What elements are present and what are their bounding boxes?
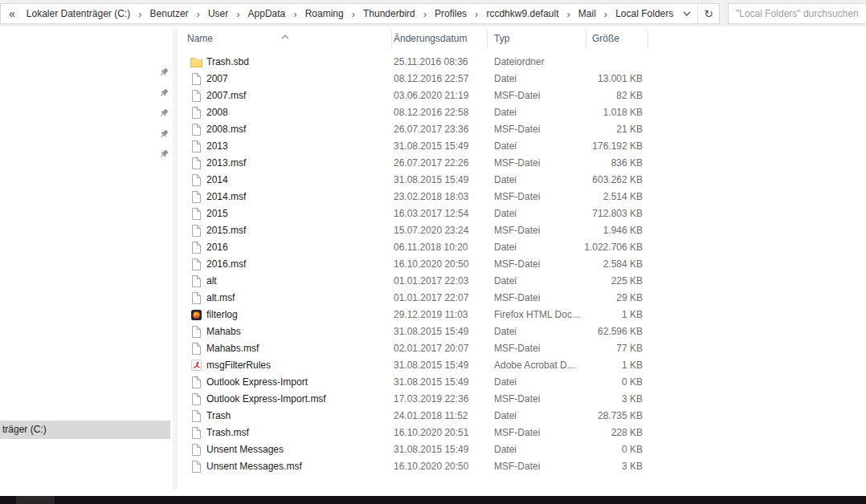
file-row[interactable]: Unsent Messages 31.08.2015 15:49 Datei 0… xyxy=(183,441,651,458)
breadcrumb-separator-icon[interactable]: › xyxy=(566,8,570,20)
column-header-modified[interactable]: Änderungsdatum xyxy=(394,33,467,44)
file-row[interactable]: 2013 31.08.2015 15:49 Datei 176.192 KB xyxy=(183,138,651,155)
file-modified-date: 31.08.2015 15:49 xyxy=(394,360,468,371)
file-row[interactable]: Outlook Express-Import.msf 17.03.2019 22… xyxy=(183,391,651,408)
file-size: 1.022.706 KB xyxy=(482,242,643,253)
pushpin-icon[interactable] xyxy=(158,108,170,119)
breadcrumb-separator-icon[interactable]: › xyxy=(604,8,607,20)
file-name: Trash xyxy=(206,410,231,421)
refresh-icon[interactable]: ↻ xyxy=(698,4,719,23)
breadcrumb-item[interactable]: Benutzer xyxy=(149,8,190,19)
file-row[interactable]: Mahabs.msf 02.01.2017 20:07 MSF-Datei 77… xyxy=(183,340,651,357)
pushpin-icon[interactable] xyxy=(158,67,170,78)
file-icon xyxy=(190,173,202,186)
file-row[interactable]: Unsent Messages.msf 16.10.2020 20:50 MSF… xyxy=(183,458,651,475)
file-modified-date: 02.01.2017 20:07 xyxy=(394,343,468,354)
breadcrumb-item[interactable]: Thunderbird xyxy=(362,8,416,19)
breadcrumb-separator-icon[interactable]: › xyxy=(352,8,355,20)
file-row[interactable]: msgFilterRules 31.08.2015 15:49 Adobe Ac… xyxy=(183,357,651,374)
breadcrumb-item[interactable]: rccdhkw9.default xyxy=(485,8,559,19)
breadcrumb-item[interactable]: User xyxy=(207,8,229,19)
breadcrumb-item[interactable]: AppData xyxy=(247,8,287,19)
file-modified-date: 01.01.2017 22:03 xyxy=(394,275,468,287)
file-row[interactable]: 2016.msf 16.10.2020 20:50 MSF-Datei 2.58… xyxy=(183,256,651,273)
file-modified-date: 15.07.2020 23:24 xyxy=(394,225,468,236)
file-row[interactable]: 2014 31.08.2015 15:49 Datei 603.262 KB xyxy=(183,172,651,189)
pushpin-icon[interactable] xyxy=(158,148,170,160)
column-header-size[interactable]: Größe xyxy=(592,33,619,44)
file-row[interactable]: 2014.msf 23.02.2018 18:03 MSF-Datei 2.51… xyxy=(183,189,651,205)
file-size: 28.735 KB xyxy=(482,410,643,421)
address-bar[interactable]: « Lokaler Datenträger (C:)›Benutzer›User… xyxy=(0,3,720,24)
breadcrumb-item[interactable]: Lokaler Datenträger (C:) xyxy=(26,8,131,19)
file-name: 2015 xyxy=(206,208,228,219)
sort-ascending-caret-icon xyxy=(281,28,289,43)
file-icon xyxy=(190,89,202,102)
column-divider[interactable] xyxy=(487,30,488,48)
breadcrumb-item[interactable]: Profiles xyxy=(434,8,468,19)
file-row[interactable]: Mahabs 31.08.2015 15:49 Datei 62.596 KB xyxy=(183,323,651,340)
taskbar[interactable] xyxy=(0,496,866,504)
file-size: 21 KB xyxy=(482,124,643,135)
file-icon xyxy=(190,258,202,270)
file-modified-date: 16.03.2017 12:54 xyxy=(394,208,468,219)
file-row[interactable]: alt.msf 01.01.2017 22:07 MSF-Datei 29 KB xyxy=(183,290,651,307)
column-divider[interactable] xyxy=(647,30,648,48)
file-size: 0 KB xyxy=(482,444,643,455)
file-row[interactable]: alt 01.01.2017 22:03 Datei 225 KB xyxy=(183,273,651,290)
breadcrumb-item[interactable]: Mail xyxy=(578,8,597,19)
file-modified-date: 29.12.2019 11:03 xyxy=(394,309,468,320)
file-modified-date: 06.11.2018 10:20 xyxy=(394,242,468,253)
file-row[interactable]: Trash 24.01.2018 11:52 Datei 28.735 KB xyxy=(183,408,651,425)
column-header-name[interactable]: Name xyxy=(187,33,213,44)
column-divider[interactable] xyxy=(391,30,392,48)
acrobat-icon xyxy=(190,359,202,372)
file-row[interactable]: 2008 08.12.2016 22:58 Datei 1.018 KB xyxy=(183,104,651,121)
breadcrumb-separator-icon[interactable]: › xyxy=(236,8,239,20)
pushpin-icon[interactable] xyxy=(158,87,170,99)
file-icon xyxy=(190,409,202,422)
breadcrumb-separator-icon[interactable]: › xyxy=(138,8,141,20)
file-row[interactable]: Outlook Express-Import 31.08.2015 15:49 … xyxy=(183,374,651,391)
nav-pane-scrollbar[interactable] xyxy=(173,29,178,490)
file-name: 2013 xyxy=(206,140,228,152)
column-divider[interactable] xyxy=(586,30,586,48)
file-row[interactable]: 2015.msf 15.07.2020 23:24 MSF-Datei 1.94… xyxy=(183,222,651,239)
file-row[interactable]: 2008.msf 26.07.2017 23:36 MSF-Datei 21 K… xyxy=(183,121,651,138)
file-modified-date: 24.01.2018 11:52 xyxy=(394,410,468,421)
breadcrumb-item[interactable]: Roaming xyxy=(304,8,345,19)
breadcrumb-separator-icon[interactable]: › xyxy=(475,8,478,20)
search-input[interactable] xyxy=(729,4,866,23)
chevron-down-icon[interactable] xyxy=(676,4,697,23)
file-icon xyxy=(190,207,202,220)
file-name: 2014.msf xyxy=(206,191,246,202)
file-name: 2014 xyxy=(206,174,228,185)
file-icon xyxy=(190,241,202,254)
file-row[interactable]: Trash.msf 16.10.2020 20:51 MSF-Datei 228… xyxy=(183,425,651,441)
breadcrumb-separator-icon[interactable]: › xyxy=(423,8,427,20)
file-row[interactable]: filterlog 29.12.2019 11:03 Firefox HTML … xyxy=(183,307,651,323)
breadcrumb-separator-icon[interactable]: › xyxy=(293,8,296,20)
folder-icon xyxy=(190,55,202,68)
column-header-type[interactable]: Typ xyxy=(494,33,509,44)
file-row[interactable]: Trash.sbd 25.11.2016 08:36 Dateiordner xyxy=(183,54,651,71)
file-size: 77 KB xyxy=(482,343,643,354)
file-row[interactable]: 2007 08.12.2016 22:57 Datei 13.001 KB xyxy=(183,71,651,87)
nav-item-local-disk[interactable]: träger (C:) xyxy=(0,421,170,439)
file-row[interactable]: 2007.msf 03.06.2020 21:19 MSF-Datei 82 K… xyxy=(183,87,651,104)
file-row[interactable]: 2016 06.11.2018 10:20 Datei 1.022.706 KB xyxy=(183,239,651,256)
breadcrumb-separator-icon[interactable]: › xyxy=(197,8,200,20)
file-row[interactable]: 2015 16.03.2017 12:54 Datei 712.803 KB xyxy=(183,205,651,222)
breadcrumb-item[interactable]: Local Folders xyxy=(615,8,674,19)
search-box[interactable] xyxy=(728,3,866,24)
file-icon xyxy=(190,443,202,456)
file-row[interactable]: 2013.msf 26.07.2017 22:26 MSF-Datei 836 … xyxy=(183,155,651,172)
taskbar-segment xyxy=(16,496,55,504)
file-icon xyxy=(190,224,202,237)
file-size: 1.018 KB xyxy=(482,107,643,118)
file-name: Unsent Messages xyxy=(206,444,284,455)
breadcrumb-overflow-icon[interactable]: « xyxy=(9,8,15,19)
pushpin-icon[interactable] xyxy=(158,128,170,140)
file-modified-date: 31.08.2015 15:49 xyxy=(394,376,468,388)
file-modified-date: 31.08.2015 15:49 xyxy=(394,140,468,152)
